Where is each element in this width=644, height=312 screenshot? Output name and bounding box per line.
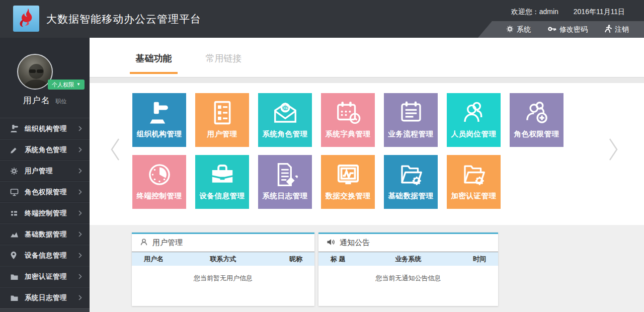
tile-terminal-control[interactable]: 终端控制管理 (132, 155, 186, 209)
tile-personnel-position[interactable]: 人员岗位管理 (447, 93, 501, 147)
tile-label: 系统字典管理 (321, 129, 375, 139)
system-label: 系统 (517, 25, 531, 34)
carousel-next-button[interactable] (607, 137, 620, 162)
sidebar-item-label: 系统角色管理 (25, 145, 67, 154)
header-actions-bar: 系统 修改密码 注销 (478, 21, 644, 38)
tile-label: 用户管理 (195, 129, 249, 139)
flame-icon (18, 8, 35, 29)
tab-bar: 基础功能 常用链接 (90, 38, 644, 77)
tiles-carousel: 组织机构管理 用户管理 @ 系统角色管理 系统字典管理 业务流程管理 (90, 83, 644, 225)
change-password-label: 修改密码 (559, 25, 588, 34)
sidebar-item-basic-data[interactable]: 基础数据管理 (0, 223, 90, 245)
users-table-header: 用户名 联系方式 昵称 (132, 252, 314, 266)
tile-business-process[interactable]: 业务流程管理 (384, 93, 438, 147)
chevron-right-icon (78, 251, 82, 260)
system-button[interactable]: 系统 (506, 25, 531, 34)
tile-user-management[interactable]: 用户管理 (195, 93, 249, 147)
welcome-line: 欢迎您：admin2016年11月11日 (511, 8, 625, 17)
sidebar-item-label: 设备信息管理 (25, 251, 67, 260)
carousel-prev-button[interactable] (109, 137, 122, 162)
app-header: 大数据智能移动办公云管理平台 欢迎您：admin2016年11月11日 系统 修… (0, 0, 644, 38)
app-logo (13, 6, 39, 32)
username-text: 用户名 (23, 96, 50, 105)
tile-data-exchange[interactable]: 数据交换管理 (321, 155, 375, 209)
column-nickname: 昵称 (250, 255, 314, 264)
sidebar-item-terminal-control[interactable]: 终端控制管理 (0, 202, 90, 223)
logout-button[interactable]: 注销 (605, 25, 629, 34)
tile-label: 系统日志管理 (258, 191, 312, 201)
column-username: 用户名 (132, 255, 197, 264)
main-content: 基础功能 常用链接 组织机构管理 用户管理 @ 系统角色管理 (90, 38, 644, 312)
tile-label: 角色权限管理 (510, 129, 564, 139)
calendar-clock-icon (321, 97, 375, 128)
tile-label: 系统角色管理 (258, 129, 312, 139)
sidebar-item-user-management[interactable]: 用户管理 (0, 160, 90, 181)
users-empty-message: 您当前暂无用户信息 (132, 266, 314, 283)
tile-role-permission[interactable]: 角色权限管理 (510, 93, 564, 147)
tile-system-log[interactable]: 系统日志管理 (258, 155, 312, 209)
sidebar-item-system-role[interactable]: 系统角色管理 (0, 139, 90, 160)
sidebar-footer-strip (0, 308, 90, 312)
sidebar-item-system-log[interactable]: 系统日志管理 (0, 287, 90, 308)
chevron-right-icon (78, 188, 82, 197)
chevron-right-icon (78, 167, 82, 176)
column-contact: 联系方式 (197, 255, 250, 264)
tile-org-management[interactable]: 组织机构管理 (132, 93, 186, 147)
svg-text:@: @ (282, 104, 288, 111)
chart-icon (10, 230, 19, 239)
notices-table-header: 标 题 业务系统 时间 (318, 252, 498, 266)
tab-common-links[interactable]: 常用链接 (200, 38, 248, 77)
gavel-icon (10, 124, 19, 133)
column-title: 标 题 (318, 255, 382, 264)
tile-label: 终端控制管理 (132, 191, 186, 201)
doc-pen-icon (258, 159, 312, 190)
sidebar-item-label: 基础数据管理 (25, 230, 67, 239)
date-text: 2016年11月11日 (574, 8, 625, 16)
caret-down-icon: ▼ (76, 80, 80, 90)
tile-label: 加密认证管理 (447, 191, 501, 201)
notices-panel-header: 通知公告 (318, 234, 498, 252)
tile-system-role[interactable]: @ 系统角色管理 (258, 93, 312, 147)
tile-basic-data[interactable]: 基础数据管理 (384, 155, 438, 209)
sidebar-item-role-permission[interactable]: 角色权限管理 (0, 181, 90, 202)
people-icon (447, 97, 501, 128)
sidebar-item-encryption-auth[interactable]: 加密认证管理 (0, 266, 90, 287)
people-plus-icon (510, 97, 564, 128)
bottom-section: 用户管理 用户名 联系方式 昵称 您当前暂无用户信息 通知公告 标 题 业务系统… (90, 225, 644, 312)
chevron-right-icon (78, 272, 82, 281)
chevron-right-icon (78, 293, 82, 302)
tile-encryption-auth[interactable]: 加密认证管理 (447, 155, 501, 209)
notices-panel-title: 通知公告 (340, 238, 370, 248)
sidebar-item-org-management[interactable]: 组织机构管理 (0, 118, 90, 139)
sidebar-item-label: 系统日志管理 (25, 293, 67, 302)
grid-icon (10, 209, 19, 217)
notices-panel: 通知公告 标 题 业务系统 时间 您当前无通知公告信息 (318, 232, 498, 306)
users-panel: 用户管理 用户名 联系方式 昵称 您当前暂无用户信息 (132, 232, 314, 306)
folder-icon (10, 293, 19, 302)
sidebar-item-device-info[interactable]: 设备信息管理 (0, 245, 90, 266)
tile-system-dictionary[interactable]: 系统字典管理 (321, 93, 375, 147)
dial-icon (132, 159, 186, 190)
tile-label: 基础数据管理 (384, 191, 438, 201)
column-time: 时间 (434, 255, 498, 264)
tile-label: 设备信息管理 (195, 191, 249, 201)
tile-label: 人员岗位管理 (447, 129, 501, 139)
sidebar-menu: 组织机构管理 系统角色管理 用户管理 角色权限管理 终端控制管理 基础数据管理 (0, 118, 90, 312)
logout-label: 注销 (615, 25, 629, 34)
sidebar: 个人权限 ▼ 用户名 职位 组织机构管理 系统角色管理 用户管理 角色权限管理 (0, 38, 90, 312)
chevron-right-icon (78, 230, 82, 239)
notices-empty-message: 您当前无通知公告信息 (318, 266, 498, 283)
personal-permission-badge[interactable]: 个人权限 ▼ (48, 80, 85, 90)
users-panel-header: 用户管理 (132, 234, 314, 252)
column-business-system: 业务系统 (382, 255, 434, 264)
pin-icon (10, 251, 19, 260)
page-title: 大数据智能移动办公云管理平台 (46, 0, 201, 38)
folder-icon (10, 272, 19, 281)
chevron-right-icon (78, 209, 82, 218)
change-password-button[interactable]: 修改密码 (548, 25, 588, 34)
checklist-icon (195, 97, 249, 128)
tab-basic-functions[interactable]: 基础功能 (130, 38, 178, 77)
profile-name: 用户名 职位 (0, 95, 90, 106)
tile-device-info[interactable]: 设备信息管理 (195, 155, 249, 209)
welcome-text: 欢迎您：admin (511, 8, 558, 16)
